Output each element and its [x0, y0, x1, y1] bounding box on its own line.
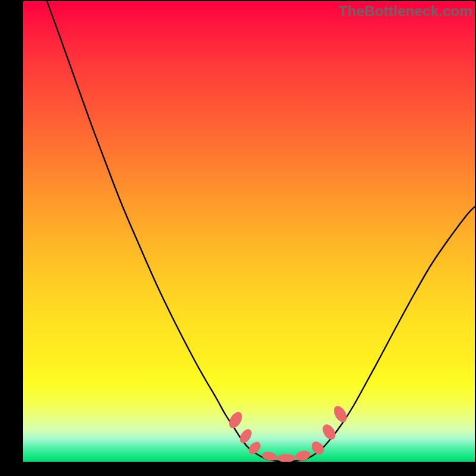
data-marker: [277, 454, 295, 462]
data-markers: [227, 404, 350, 462]
chart-svg: [23, 1, 475, 462]
watermark-label: TheBottleneck.com: [339, 3, 472, 20]
plot-area: [23, 1, 475, 462]
chart-frame: TheBottleneck.com: [0, 0, 476, 476]
data-marker: [294, 449, 311, 462]
data-marker: [331, 404, 350, 425]
bottleneck-curve: [47, 1, 475, 461]
data-marker: [309, 439, 326, 457]
